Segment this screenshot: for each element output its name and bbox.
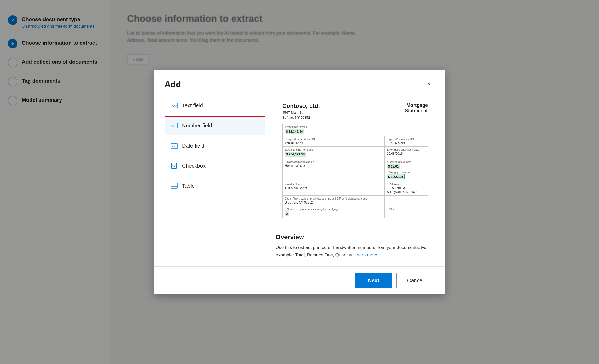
text-field-label: Text field bbox=[182, 103, 203, 109]
svg-rect-10 bbox=[174, 146, 175, 147]
doc-address-line1: 4567 Main St. bbox=[282, 110, 320, 114]
modal-header: Add × bbox=[154, 70, 445, 96]
svg-rect-12 bbox=[171, 183, 177, 188]
option-text-field[interactable]: Abc Text field bbox=[165, 96, 265, 115]
doc-cell-recipient-tin: Recipient's / Lender's TIN 750-01-1829 bbox=[283, 136, 385, 147]
table-label: Table bbox=[182, 183, 195, 189]
overview-description: Use this to extract printed or handwritt… bbox=[276, 245, 428, 257]
date-field-label: Date field bbox=[182, 143, 205, 149]
option-number-field[interactable]: 123 Number field bbox=[165, 116, 265, 135]
table-icon bbox=[170, 182, 178, 190]
doc-company-info: Contoso, Ltd. 4567 Main St. Buffalo, NY … bbox=[282, 103, 320, 119]
doc-cell-mortgage-interest: 1.Mortgage interest $ 13,345.34 bbox=[283, 124, 428, 136]
doc-cell-origination-date: 3.Mortgage origination date 10/08/2019 bbox=[384, 147, 428, 159]
doc-cell-payer-name: Payer's/Borrower's name Helena Wilcox bbox=[283, 159, 385, 181]
checkbox-icon bbox=[170, 162, 178, 169]
cancel-button[interactable]: Cancel bbox=[396, 273, 434, 288]
options-list: Abc Text field 123 Number field bbox=[165, 96, 265, 258]
overview-title: Overview bbox=[276, 233, 434, 241]
modal-title: Add bbox=[165, 80, 181, 89]
svg-rect-9 bbox=[172, 146, 173, 147]
modal-dialog: Add × Abc Text field bbox=[154, 70, 445, 294]
number-field-label: Number field bbox=[182, 123, 212, 129]
doc-cell-other: 9.Other bbox=[384, 206, 428, 218]
close-button[interactable]: × bbox=[424, 79, 434, 90]
doc-cell-properties: 8.Number of properties securing the mort… bbox=[283, 206, 385, 218]
doc-cell-address-right: 6. Address 1025 Fifth St.Sunnyvale, CA 2… bbox=[384, 181, 428, 196]
modal-overlay: Add × Abc Text field bbox=[0, 0, 599, 364]
text-field-icon: Abc bbox=[170, 102, 178, 109]
overview-text: Use this to extract printed or handwritt… bbox=[276, 244, 434, 258]
document-preview: Contoso, Ltd. 4567 Main St. Buffalo, NY … bbox=[276, 96, 434, 225]
next-button[interactable]: Next bbox=[355, 273, 392, 288]
checkbox-label: Checkbox bbox=[182, 163, 206, 169]
doc-cell-outstanding-mortgage: 2.Outstanding mortgage $ 764,321.33 bbox=[283, 147, 385, 159]
modal-footer: Next Cancel bbox=[154, 266, 445, 294]
preview-panel: Contoso, Ltd. 4567 Main St. Buffalo, NY … bbox=[276, 96, 434, 258]
option-date-field[interactable]: Date field bbox=[165, 136, 265, 155]
number-field-icon: 123 bbox=[170, 122, 178, 129]
doc-company-name: Contoso, Ltd. bbox=[282, 103, 320, 109]
doc-table: 1.Mortgage interest $ 13,345.34 Recipien… bbox=[282, 124, 428, 218]
modal-body: Abc Text field 123 Number field bbox=[154, 96, 445, 266]
option-table[interactable]: Table bbox=[165, 176, 265, 195]
doc-cell-payer-tin: Payer's/Borrower's TIN 306-14-5298 bbox=[384, 136, 428, 147]
doc-statement-title: Mortgage Statement bbox=[405, 103, 428, 114]
learn-more-link[interactable]: Learn more bbox=[354, 252, 377, 257]
doc-cell-refund-insurance: 4.Refund of overpaid $ 15.01 5.Mortgage … bbox=[384, 159, 428, 181]
overview-section: Overview Use this to extract printed or … bbox=[276, 231, 434, 258]
option-checkbox[interactable]: Checkbox bbox=[165, 156, 265, 175]
svg-text:Abc: Abc bbox=[172, 104, 177, 107]
doc-cell-street-address: Street address 123 Main St Apt. 10 bbox=[283, 181, 385, 196]
doc-header: Contoso, Ltd. 4567 Main St. Buffalo, NY … bbox=[282, 103, 428, 119]
doc-cell-city: City or Town, state or province, country… bbox=[283, 196, 385, 206]
doc-address-line2: Buffalo, NY 90852 bbox=[282, 116, 320, 119]
svg-text:123: 123 bbox=[171, 125, 175, 127]
date-field-icon bbox=[170, 142, 178, 149]
